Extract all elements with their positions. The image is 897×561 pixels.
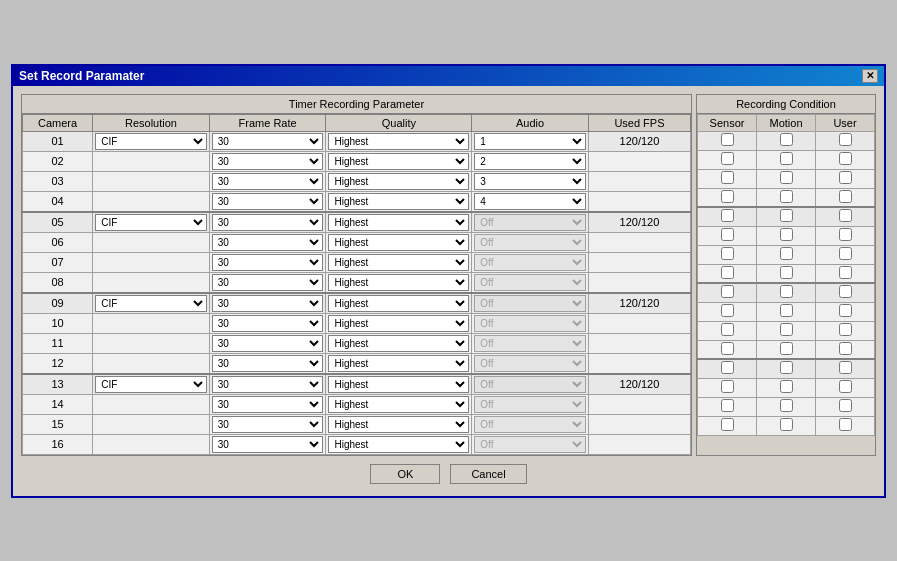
- framerate-cell[interactable]: 302520151051: [209, 434, 326, 454]
- quality-cell[interactable]: HighestHighMediumLow: [326, 212, 472, 233]
- audio-cell[interactable]: 1234: [472, 131, 589, 151]
- quality-select[interactable]: HighestHighMediumLow: [328, 335, 469, 352]
- motion-checkbox[interactable]: [780, 228, 793, 241]
- quality-select[interactable]: HighestHighMediumLow: [328, 295, 469, 312]
- user-checkbox[interactable]: [839, 342, 852, 355]
- framerate-select[interactable]: 302520151051: [212, 173, 324, 190]
- sensor-checkbox[interactable]: [721, 266, 734, 279]
- sensor-cell[interactable]: [698, 397, 757, 416]
- resolution-select[interactable]: CIF2CIF4CIF: [95, 376, 207, 393]
- framerate-select[interactable]: 302520151051: [212, 133, 324, 150]
- framerate-cell[interactable]: 302520151051: [209, 252, 326, 272]
- framerate-select[interactable]: 302520151051: [212, 254, 324, 271]
- motion-checkbox[interactable]: [780, 342, 793, 355]
- ok-button[interactable]: OK: [370, 464, 440, 484]
- quality-select[interactable]: HighestHighMediumLow: [328, 133, 469, 150]
- framerate-cell[interactable]: 302520151051: [209, 151, 326, 171]
- motion-checkbox[interactable]: [780, 399, 793, 412]
- resolution-cell[interactable]: CIF2CIF4CIF: [93, 131, 210, 151]
- audio-cell[interactable]: 1234: [472, 151, 589, 171]
- audio-cell[interactable]: 1234: [472, 191, 589, 212]
- sensor-cell[interactable]: [698, 264, 757, 283]
- framerate-select[interactable]: 302520151051: [212, 315, 324, 332]
- quality-select[interactable]: HighestHighMediumLow: [328, 193, 469, 210]
- user-checkbox[interactable]: [839, 209, 852, 222]
- sensor-checkbox[interactable]: [721, 304, 734, 317]
- motion-checkbox[interactable]: [780, 380, 793, 393]
- framerate-select[interactable]: 302520151051: [212, 376, 324, 393]
- quality-cell[interactable]: HighestHighMediumLow: [326, 374, 472, 395]
- sensor-cell[interactable]: [698, 150, 757, 169]
- framerate-select[interactable]: 302520151051: [212, 193, 324, 210]
- sensor-checkbox[interactable]: [721, 361, 734, 374]
- user-cell[interactable]: [816, 226, 875, 245]
- user-checkbox[interactable]: [839, 304, 852, 317]
- motion-checkbox[interactable]: [780, 323, 793, 336]
- sensor-cell[interactable]: [698, 169, 757, 188]
- close-button[interactable]: ✕: [862, 69, 878, 83]
- user-checkbox[interactable]: [839, 323, 852, 336]
- user-checkbox[interactable]: [839, 171, 852, 184]
- quality-select[interactable]: HighestHighMediumLow: [328, 436, 469, 453]
- resolution-select[interactable]: CIF2CIF4CIF: [95, 295, 207, 312]
- user-cell[interactable]: [816, 321, 875, 340]
- audio-cell[interactable]: 1234: [472, 171, 589, 191]
- sensor-cell[interactable]: [698, 321, 757, 340]
- quality-select[interactable]: HighestHighMediumLow: [328, 153, 469, 170]
- sensor-checkbox[interactable]: [721, 228, 734, 241]
- motion-cell[interactable]: [757, 283, 816, 302]
- user-cell[interactable]: [816, 264, 875, 283]
- audio-select[interactable]: 1234: [474, 173, 586, 190]
- framerate-cell[interactable]: 302520151051: [209, 313, 326, 333]
- motion-checkbox[interactable]: [780, 247, 793, 260]
- sensor-checkbox[interactable]: [721, 190, 734, 203]
- motion-cell[interactable]: [757, 359, 816, 378]
- user-checkbox[interactable]: [839, 266, 852, 279]
- motion-checkbox[interactable]: [780, 266, 793, 279]
- user-checkbox[interactable]: [839, 152, 852, 165]
- sensor-checkbox[interactable]: [721, 209, 734, 222]
- framerate-cell[interactable]: 302520151051: [209, 353, 326, 374]
- framerate-select[interactable]: 302520151051: [212, 335, 324, 352]
- user-cell[interactable]: [816, 302, 875, 321]
- user-cell[interactable]: [816, 359, 875, 378]
- user-cell[interactable]: [816, 283, 875, 302]
- sensor-cell[interactable]: [698, 207, 757, 226]
- sensor-checkbox[interactable]: [721, 152, 734, 165]
- quality-cell[interactable]: HighestHighMediumLow: [326, 272, 472, 293]
- sensor-checkbox[interactable]: [721, 323, 734, 336]
- motion-cell[interactable]: [757, 188, 816, 207]
- framerate-select[interactable]: 302520151051: [212, 274, 324, 291]
- user-cell[interactable]: [816, 340, 875, 359]
- motion-checkbox[interactable]: [780, 171, 793, 184]
- motion-checkbox[interactable]: [780, 361, 793, 374]
- quality-cell[interactable]: HighestHighMediumLow: [326, 131, 472, 151]
- sensor-checkbox[interactable]: [721, 342, 734, 355]
- resolution-select[interactable]: CIF2CIF4CIF: [95, 214, 207, 231]
- motion-cell[interactable]: [757, 226, 816, 245]
- motion-checkbox[interactable]: [780, 418, 793, 431]
- framerate-select[interactable]: 302520151051: [212, 436, 324, 453]
- quality-select[interactable]: HighestHighMediumLow: [328, 274, 469, 291]
- user-checkbox[interactable]: [839, 190, 852, 203]
- sensor-cell[interactable]: [698, 245, 757, 264]
- user-cell[interactable]: [816, 131, 875, 150]
- motion-cell[interactable]: [757, 397, 816, 416]
- user-checkbox[interactable]: [839, 399, 852, 412]
- audio-select[interactable]: 1234: [474, 153, 586, 170]
- audio-select[interactable]: 1234: [474, 193, 586, 210]
- framerate-cell[interactable]: 302520151051: [209, 191, 326, 212]
- quality-cell[interactable]: HighestHighMediumLow: [326, 313, 472, 333]
- user-cell[interactable]: [816, 378, 875, 397]
- quality-select[interactable]: HighestHighMediumLow: [328, 254, 469, 271]
- framerate-select[interactable]: 302520151051: [212, 214, 324, 231]
- sensor-cell[interactable]: [698, 359, 757, 378]
- user-cell[interactable]: [816, 188, 875, 207]
- user-checkbox[interactable]: [839, 247, 852, 260]
- user-checkbox[interactable]: [839, 133, 852, 146]
- framerate-cell[interactable]: 302520151051: [209, 272, 326, 293]
- framerate-cell[interactable]: 302520151051: [209, 293, 326, 314]
- sensor-cell[interactable]: [698, 188, 757, 207]
- quality-select[interactable]: HighestHighMediumLow: [328, 234, 469, 251]
- resolution-cell[interactable]: CIF2CIF4CIF: [93, 293, 210, 314]
